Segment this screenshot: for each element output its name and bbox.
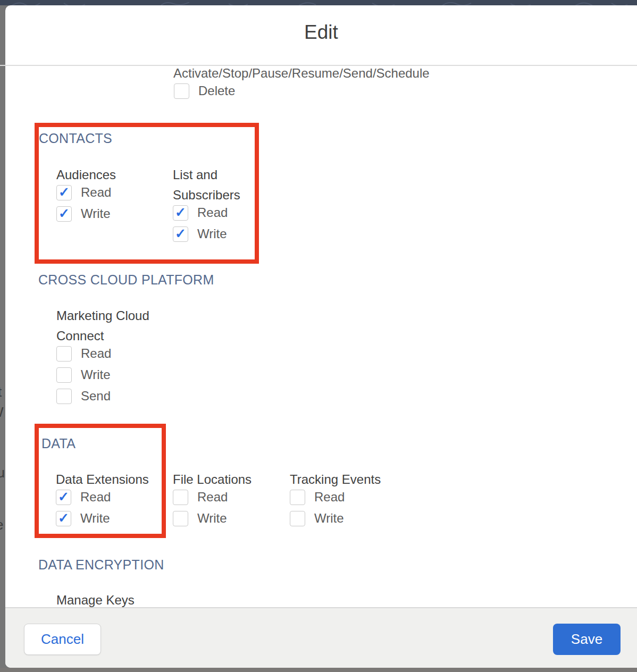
section-title-data: DATA bbox=[41, 436, 76, 451]
group-name: Marketing Cloud Connect bbox=[56, 306, 171, 346]
checkbox-label: Write bbox=[197, 226, 227, 241]
delete-checkbox[interactable] bbox=[174, 83, 189, 99]
permission-row: Read bbox=[56, 346, 171, 361]
checkmark-icon: ✓ bbox=[58, 490, 69, 503]
mc-connect-send-checkbox[interactable] bbox=[56, 389, 72, 404]
data-extensions-read-checkbox[interactable]: ✓ bbox=[56, 490, 71, 505]
checkbox-label: Read bbox=[81, 185, 111, 200]
group-name: Tracking Events bbox=[290, 469, 404, 490]
checkbox-label: Write bbox=[81, 367, 111, 382]
mc-connect-read-checkbox[interactable] bbox=[56, 346, 72, 362]
group-audiences: Audiences ✓ Read ✓ Write bbox=[56, 165, 171, 221]
group-list-and-subscribers: List and Subscribers ✓ Read ✓ Write bbox=[173, 165, 253, 241]
permission-row: ✓ Write bbox=[173, 226, 253, 241]
checkbox-label: Send bbox=[81, 389, 111, 404]
mc-connect-write-checkbox[interactable] bbox=[56, 367, 72, 383]
clipped-text-fragment: t bbox=[0, 384, 2, 400]
modal-title: Edit bbox=[5, 21, 637, 44]
list-subscribers-write-checkbox[interactable]: ✓ bbox=[173, 226, 188, 242]
group-name: Data Extensions bbox=[56, 469, 170, 490]
clipped-text-fragment: e bbox=[0, 517, 3, 533]
group-name: Audiences bbox=[56, 165, 171, 185]
group-file-locations: File Locations Read Write bbox=[173, 469, 287, 526]
dimmed-page-left-edge: t W au e bbox=[0, 5, 5, 672]
tracking-events-write-checkbox[interactable] bbox=[290, 511, 305, 526]
file-locations-read-checkbox[interactable] bbox=[173, 490, 188, 505]
checkmark-icon: ✓ bbox=[175, 206, 186, 219]
permission-overflow-label: Activate/Stop/Pause/Resume/Send/Schedule bbox=[173, 66, 430, 81]
screen: t W au e Edit Activate/Stop/Pause/Resume… bbox=[0, 0, 637, 672]
file-locations-write-checkbox[interactable] bbox=[173, 511, 188, 526]
tracking-events-read-checkbox[interactable] bbox=[290, 490, 305, 505]
audiences-write-checkbox[interactable]: ✓ bbox=[56, 206, 72, 222]
list-subscribers-read-checkbox[interactable]: ✓ bbox=[173, 205, 188, 221]
dimmed-page-bottom-edge bbox=[0, 668, 637, 672]
permission-row: ✓ Write bbox=[56, 206, 171, 221]
checkmark-icon: ✓ bbox=[58, 207, 70, 220]
checkbox-label: Read bbox=[81, 346, 111, 361]
permission-row: ✓ Read bbox=[56, 185, 171, 200]
permission-row: Write bbox=[173, 511, 287, 526]
group-name: List and Subscribers bbox=[173, 165, 253, 205]
background-app-header-bar bbox=[0, 0, 637, 5]
checkbox-label: Write bbox=[314, 511, 344, 526]
group-data-extensions: Data Extensions ✓ Read ✓ Write bbox=[56, 469, 170, 526]
permission-row: Send bbox=[56, 389, 171, 404]
section-title-contacts: CONTACTS bbox=[39, 131, 112, 146]
permission-row: Read bbox=[290, 490, 404, 505]
permission-row: ✓ Read bbox=[173, 205, 253, 220]
data-extensions-write-checkbox[interactable]: ✓ bbox=[56, 511, 71, 526]
clipped-text-fragment: au bbox=[0, 465, 5, 481]
permission-row: Read bbox=[173, 490, 287, 505]
cancel-button[interactable]: Cancel bbox=[24, 624, 101, 655]
delete-checkbox-label: Delete bbox=[198, 83, 235, 98]
permission-row: Write bbox=[56, 367, 171, 382]
checkbox-label: Read bbox=[197, 205, 228, 220]
save-button[interactable]: Save bbox=[553, 624, 621, 655]
checkbox-label: Read bbox=[314, 490, 345, 505]
checkmark-icon: ✓ bbox=[58, 511, 69, 525]
permission-row: ✓ Read bbox=[56, 490, 170, 505]
checkbox-label: Write bbox=[80, 511, 110, 526]
delete-permission-row: Delete bbox=[174, 83, 235, 98]
group-marketing-cloud-connect: Marketing Cloud Connect Read Write Send bbox=[56, 306, 171, 404]
group-tracking-events: Tracking Events Read Write bbox=[290, 469, 404, 526]
permission-row: Write bbox=[290, 511, 404, 526]
checkbox-label: Read bbox=[80, 490, 111, 505]
checkmark-icon: ✓ bbox=[58, 186, 70, 199]
checkbox-label: Write bbox=[81, 206, 111, 221]
permission-row: ✓ Write bbox=[56, 511, 170, 526]
checkmark-icon: ✓ bbox=[175, 227, 186, 240]
checkbox-label: Read bbox=[197, 490, 228, 505]
group-name: File Locations bbox=[173, 469, 287, 490]
audiences-read-checkbox[interactable]: ✓ bbox=[56, 185, 72, 200]
section-title-cross-cloud-platform: CROSS CLOUD PLATFORM bbox=[38, 272, 214, 288]
section-title-data-encryption: DATA ENCRYPTION bbox=[38, 557, 164, 573]
checkbox-label: Write bbox=[197, 511, 227, 526]
clipped-text-fragment: W bbox=[0, 404, 4, 421]
